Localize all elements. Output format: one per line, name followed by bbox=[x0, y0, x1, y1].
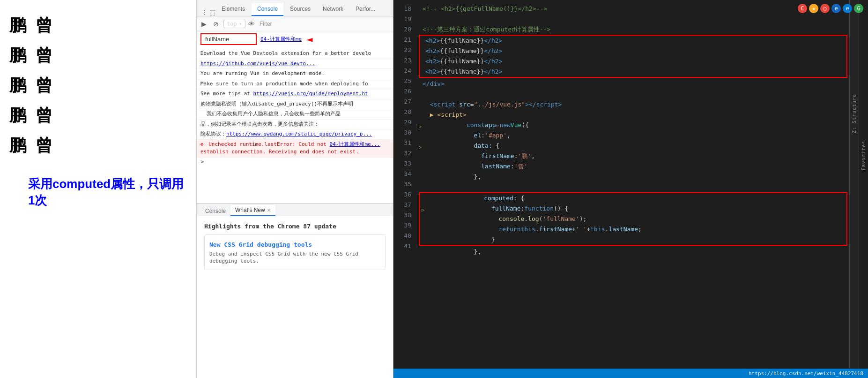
line-num-38: 38 bbox=[393, 210, 411, 220]
code-line-34: 💡 }, bbox=[417, 172, 849, 182]
code-editor: C ★ ○ e e G 18 19 20 21 22 23 24 25 26 2… bbox=[393, 0, 868, 378]
computed-red-box: computed: { ▷ fullName: function () { co… bbox=[419, 192, 847, 246]
tab-performance[interactable]: Perfor... bbox=[350, 3, 381, 16]
code-line-25: </div> bbox=[417, 79, 849, 89]
console-line-7: 我们不会收集用户个人隐私信息，只会收集一些简单的产品 bbox=[197, 109, 393, 120]
context-selector[interactable]: top ▾ bbox=[223, 20, 245, 28]
structure-label: Z: Structure bbox=[852, 94, 857, 133]
line-num-18: 18 bbox=[393, 4, 411, 14]
devtools-toggle-icon[interactable]: ⋮ bbox=[199, 8, 207, 16]
last-name-3: 曾 bbox=[36, 74, 52, 97]
console-line-1: Download the Vue Devtools extension for … bbox=[197, 49, 393, 59]
h2-red-box: <h2>{{fullName}}</h2> <h2>{{fullName}}</… bbox=[419, 35, 847, 78]
code-line-30: el: '#app', bbox=[417, 130, 849, 141]
news-item-title-1[interactable]: New CSS Grid debugging tools bbox=[209, 241, 312, 248]
context-label: top bbox=[227, 21, 237, 27]
code-line-29: ▷ const app = new Vue({ bbox=[417, 120, 849, 130]
clear-console-icon[interactable]: ⊘ bbox=[211, 19, 221, 29]
line-num-37: 37 bbox=[393, 200, 411, 210]
code-18-comment: <!-- <h2>{{getFullName()}}</h2>--> bbox=[423, 4, 547, 14]
news-item-1: New CSS Grid debugging tools Debug and i… bbox=[204, 234, 386, 270]
devtools-link[interactable]: https://github.com/vuejs/vue-devto... bbox=[200, 60, 315, 67]
first-name-2: 鹏 bbox=[9, 44, 26, 67]
console-source-link[interactable]: 04-计算属性和me bbox=[260, 36, 302, 42]
name-row-3: 鹏 曾 bbox=[9, 74, 187, 97]
devtools-inspect-icon[interactable]: ⬚ bbox=[208, 8, 215, 16]
code-line-27: <script src="../js/vue.js"></script> bbox=[417, 99, 849, 110]
first-name-4: 鹏 bbox=[9, 104, 26, 127]
last-name-4: 曾 bbox=[36, 104, 52, 127]
favorites-label: Favorites bbox=[861, 141, 866, 170]
favorites-panel: Favorites bbox=[859, 0, 868, 378]
console-line-6: 购物党隐私说明（键入disable_gwd_privacy()不再显示本声明 bbox=[197, 99, 393, 110]
whats-new-title: Highlights from the Chrome 87 update bbox=[204, 221, 386, 234]
name-row-2: 鹏 曾 bbox=[9, 44, 187, 67]
console-line-error: ⊗ Unchecked runtime.lastError: Could not… bbox=[197, 140, 393, 158]
first-name-1: 鹏 bbox=[9, 14, 26, 37]
console-line-4: Make sure to turn on production mode whe… bbox=[197, 79, 393, 90]
console-line-9: 隐私协议：https://www.gwdang.com/static_page/… bbox=[197, 129, 393, 140]
line-num-26: 26 bbox=[393, 86, 411, 97]
code-line-31: ▷ data: { bbox=[417, 141, 849, 151]
tab-elements[interactable]: Elements bbox=[216, 3, 251, 16]
code-line-21: <h2>{{fullName}}</h2> bbox=[420, 36, 846, 46]
code-20-comment: <!--第三种方案：通过computed计算属性--> bbox=[423, 24, 550, 35]
code-line-40: } bbox=[420, 234, 846, 245]
code-line-19 bbox=[417, 14, 849, 24]
code-line-33: lastName: '曾' bbox=[417, 161, 849, 172]
last-name-1: 曾 bbox=[36, 14, 52, 37]
line-num-41: 41 bbox=[393, 241, 411, 251]
code-line-32: firstName: '鹏', bbox=[417, 151, 849, 161]
close-whats-new-icon[interactable]: ✕ bbox=[267, 208, 271, 213]
red-arrow-icon: ◄ bbox=[306, 33, 312, 45]
line-num-29: 29 bbox=[393, 117, 411, 128]
last-name-2: 曾 bbox=[36, 44, 52, 67]
page-content: 鹏 曾 鹏 曾 鹏 曾 鹏 曾 鹏 曾 采用computed属性，只调用1次 bbox=[0, 0, 196, 378]
status-bar-text: https://blog.csdn.net/weixin_44827418 bbox=[749, 370, 863, 377]
editor-content: 18 19 20 21 22 23 24 25 26 27 28 29 30 3… bbox=[393, 0, 868, 378]
privacy-link[interactable]: https://www.gwdang.com/static_page/priva… bbox=[226, 131, 372, 137]
line-num-33: 33 bbox=[393, 159, 411, 169]
chrome-icon-6[interactable]: G bbox=[854, 4, 863, 13]
side-structure: Z: Structure bbox=[849, 0, 859, 378]
name-row-4: 鹏 曾 bbox=[9, 104, 187, 127]
code-line-20: <!--第三种方案：通过computed计算属性--> bbox=[417, 24, 849, 35]
error-link[interactable]: 04-计算属性和me... bbox=[330, 141, 380, 147]
last-name-5: 曾 bbox=[36, 134, 52, 157]
line-num-21: 21 bbox=[393, 35, 411, 45]
line-num-36: 36 bbox=[393, 189, 411, 200]
code-line-41: }, bbox=[417, 247, 849, 257]
line-num-24: 24 bbox=[393, 66, 411, 76]
filter-input[interactable] bbox=[258, 20, 390, 28]
tips-link[interactable]: https://vuejs.org/guide/deployment.ht bbox=[253, 91, 368, 97]
line-num-22: 22 bbox=[393, 45, 411, 55]
name-row-5: 鹏 曾 bbox=[9, 134, 187, 157]
line-num-30: 30 bbox=[393, 128, 411, 138]
expand-console-icon[interactable]: ▶ bbox=[200, 19, 208, 29]
bottom-tab-whats-new[interactable]: What's New ✕ bbox=[230, 205, 275, 216]
tab-sources[interactable]: Sources bbox=[284, 3, 316, 16]
console-line-8: 品，例如记录某个模块点击次数，更多信息请关注： bbox=[197, 120, 393, 130]
expand-more-arrow[interactable]: > bbox=[197, 158, 393, 166]
code-line-22: <h2>{{fullName}}</h2> bbox=[420, 46, 846, 56]
line-num-19: 19 bbox=[393, 14, 411, 24]
bottom-tab-console[interactable]: Console bbox=[200, 206, 230, 216]
tab-console[interactable]: Console bbox=[252, 3, 283, 16]
annotation-text: 采用computed属性，只调用1次 bbox=[9, 166, 187, 213]
name-row-1: 鹏 曾 bbox=[9, 14, 187, 37]
code-content: <!-- <h2>{{getFullName()}}</h2>--> <!--第… bbox=[417, 0, 849, 378]
line-num-20: 20 bbox=[393, 24, 411, 35]
fullname-input[interactable] bbox=[200, 33, 257, 45]
console-output: Download the Vue Devtools extension for … bbox=[197, 47, 393, 203]
browser-page: 鹏 曾 鹏 曾 鹏 曾 鹏 曾 鹏 曾 采用computed属性，只调用1次 bbox=[0, 0, 197, 378]
first-name-5: 鹏 bbox=[9, 134, 26, 157]
code-line-28: ▶ <script> bbox=[417, 110, 849, 120]
line-num-35: 35 bbox=[393, 179, 411, 189]
eye-icon[interactable]: 👁 bbox=[248, 20, 255, 28]
console-link-right[interactable]: 04-计算属性和me bbox=[260, 36, 302, 43]
names-list: 鹏 曾 鹏 曾 鹏 曾 鹏 曾 鹏 曾 bbox=[9, 5, 187, 166]
tab-network[interactable]: Network bbox=[317, 3, 349, 16]
code-line-23: <h2>{{fullName}}</h2> bbox=[420, 56, 846, 67]
devtools-tabs: ⋮ ⬚ Elements Console Sources Network Per… bbox=[197, 0, 393, 16]
line-num-40: 40 bbox=[393, 231, 411, 241]
